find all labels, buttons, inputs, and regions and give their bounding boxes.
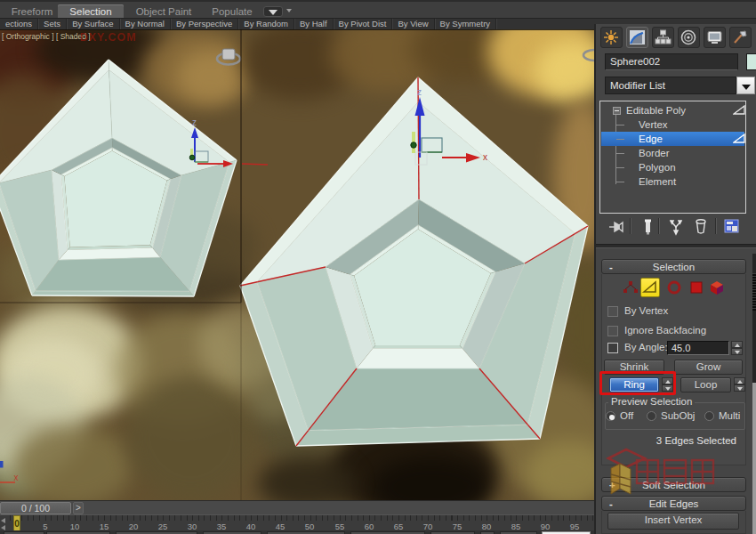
collapse-icon[interactable] [613,107,621,115]
preview-multi-radio[interactable] [704,411,714,421]
panel-tab-utilities[interactable] [729,27,752,48]
ribbon-panel-by-normal[interactable]: By Normal [120,19,171,29]
by-vertex-checkbox[interactable] [607,306,618,317]
angle-spinner[interactable] [731,341,743,355]
by-angle-label: By Angle: [624,342,668,352]
viewport-area[interactable]: z z x [0,29,594,500]
rollout-header-selection[interactable]: - Selection [601,259,746,274]
axis-label-x-corner: x [14,473,19,482]
axis-label-z-left: z [192,117,197,127]
panel-tab-modify[interactable] [626,27,648,48]
trackbar-scroll-icons[interactable] [0,517,8,530]
configure-modifier-sets-icon[interactable] [724,218,740,236]
preview-off-radio[interactable] [606,411,615,421]
viewport-label[interactable]: [ Orthographic ] [ Shaded ] [2,32,91,41]
ribbon-options-caret-icon[interactable] [286,9,292,12]
vertex-subobject-icon[interactable] [621,278,640,297]
by-angle-checkbox[interactable] [607,343,618,353]
stack-label[interactable]: Editable Poly [626,103,686,117]
viewcube-remnant-main[interactable] [583,50,594,61]
angle-value-field[interactable]: 45.0 [667,341,729,355]
ribbon-panel-by-symmetry[interactable]: By Symmetry [435,19,496,29]
stack-label[interactable]: Vertex [639,117,668,132]
panel-tab-motion[interactable] [678,27,700,48]
ribbon-minimize-button[interactable] [263,6,283,17]
tree-tick [616,167,624,168]
panel-tab-hierarchy[interactable] [652,27,674,48]
panel-tab-create[interactable] [600,27,623,48]
subobject-arrow-icon [733,134,747,144]
edge-subobject-button[interactable] [640,278,660,297]
object-name-field[interactable]: Sphere002 [605,53,738,70]
ribbon-panel-by-pivot-dist[interactable]: By Pivot Dist [334,19,393,29]
selection-status-text: 3 Edges Selected [656,435,736,446]
stack-row-polygon[interactable]: Polygon [601,160,744,174]
viewport-watermark-text: DXY.COM [80,31,137,44]
rollout-header-soft-selection[interactable]: + Soft Selection [601,477,746,492]
ribbon-panel-ections[interactable]: ections [0,19,38,29]
hierarchy-icon [655,29,672,45]
grow-button[interactable]: Grow [674,360,743,375]
command-panel-tabs [598,27,756,50]
make-unique-icon[interactable] [669,218,685,236]
expand-plus-icon: + [609,478,618,492]
ribbon-panel-by-surface[interactable]: By Surface [67,19,119,29]
viewcube-remnant-left[interactable] [217,49,240,65]
modifier-list-arrow-button[interactable] [736,77,755,94]
ribbon-panel-by-view[interactable]: By View [392,19,434,29]
command-panel: Sphere002 Modifier List Editable Poly Ve… [594,24,756,534]
collapse-minus-icon: - [609,497,618,511]
spinner-down[interactable] [731,348,743,355]
rollout-header-edit-edges[interactable]: - Edit Edges [601,496,746,511]
stack-label[interactable]: Edge [639,132,663,146]
corner-gizmo-fragment: x [0,461,19,482]
preview-subobj-label: SubObj [661,410,695,421]
tree-tick [616,182,624,182]
dropdown-arrow-icon [742,85,751,90]
current-frame-marker[interactable]: 0 [13,515,20,531]
insert-vertex-button[interactable]: Insert Vertex [607,513,739,530]
stack-label[interactable]: Element [639,174,676,189]
loop-spinner[interactable] [734,377,745,392]
tree-tick [616,139,624,140]
loop-button[interactable]: Loop [680,377,731,392]
element-subobject-icon[interactable] [707,278,727,297]
display-icon [706,29,723,45]
panel-scrollbar-thumb[interactable] [752,273,756,311]
spinner-up[interactable] [731,341,743,348]
spinner-up[interactable] [734,377,745,384]
preview-selection-title: Preview Selection [608,396,695,407]
ribbon-panel-by-half[interactable]: By Half [294,19,334,29]
remove-modifier-icon[interactable] [694,218,710,236]
time-slider-handle[interactable]: 0 / 100 [0,502,71,514]
stack-row-edge[interactable]: Edge [601,132,744,146]
panel-tab-display[interactable] [704,27,726,48]
ribbon-panel-by-perspective[interactable]: By Perspective [171,19,238,29]
track-bar[interactable]: 5 10 15 20 25 30 35 40 45 50 55 60 65 70… [0,514,594,530]
next-frame-button[interactable]: > [73,502,84,514]
ignore-backfacing-checkbox[interactable] [607,326,618,336]
ribbon-panel-by-random[interactable]: By Random [238,19,294,29]
show-end-result-icon[interactable] [640,218,656,236]
preview-subobj-radio[interactable] [647,411,656,421]
stack-row-editable-poly[interactable]: Editable Poly [601,103,744,117]
pin-stack-icon[interactable] [608,218,624,236]
modifier-stack[interactable]: Editable Poly Vertex Edge Border Polygon [599,101,746,214]
panel-scrollbar-light[interactable] [752,383,756,534]
time-slider-bar: 0 / 100 > [0,500,594,514]
status-bar-sliver [0,530,594,534]
stack-row-element[interactable]: Element [601,174,744,189]
modify-icon [629,29,646,45]
stack-row-border[interactable]: Border [601,146,744,160]
stack-row-vertex[interactable]: Vertex [601,117,744,132]
stack-label[interactable]: Border [639,146,670,160]
panel-separator [596,244,756,248]
modifier-list-dropdown[interactable]: Modifier List [605,77,736,94]
edge-icon [641,279,659,296]
polygon-subobject-icon[interactable] [687,278,706,297]
stack-label[interactable]: Polygon [639,160,676,174]
border-subobject-icon[interactable] [664,278,684,297]
spinner-down[interactable] [734,384,745,392]
ribbon-panel-sets[interactable]: Sets [38,19,67,29]
object-color-swatch[interactable] [746,53,756,70]
